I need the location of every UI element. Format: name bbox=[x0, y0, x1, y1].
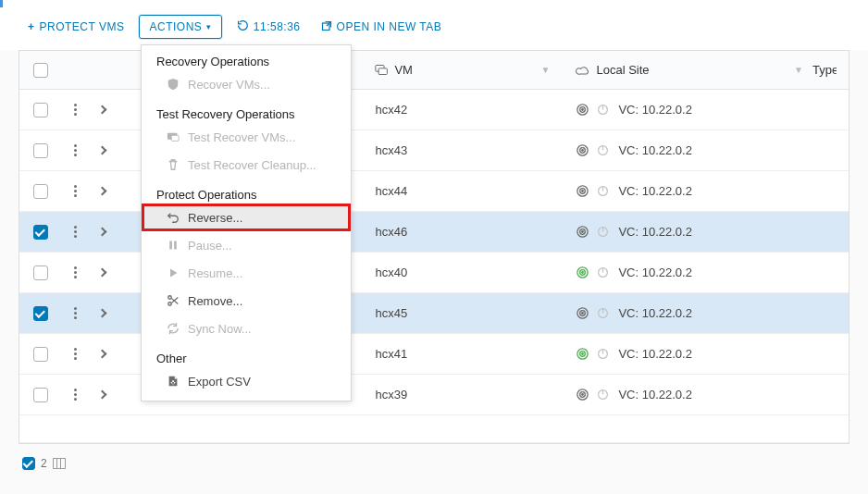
power-icon bbox=[597, 144, 609, 156]
kebab-icon bbox=[74, 104, 77, 116]
row-actions-menu[interactable] bbox=[63, 266, 88, 278]
cloud-icon bbox=[576, 65, 590, 76]
dropdown-item-test-recover-cleanup: Test Recover Cleanup... bbox=[142, 151, 351, 179]
actions-button[interactable]: ACTIONS ▾ bbox=[139, 15, 221, 39]
row-actions-menu[interactable] bbox=[63, 226, 88, 238]
selected-count: 2 bbox=[41, 457, 47, 470]
dropdown-item-test-recover-vms: Test Recover VMs... bbox=[142, 123, 351, 151]
kebab-icon bbox=[74, 389, 77, 401]
row-actions-menu[interactable] bbox=[63, 185, 88, 197]
row-actions-menu[interactable] bbox=[63, 144, 88, 156]
svg-rect-2 bbox=[171, 135, 179, 141]
selection-indicator-checkbox[interactable] bbox=[22, 457, 35, 470]
site-text: VC: 10.22.0.2 bbox=[618, 184, 692, 198]
power-icon bbox=[597, 226, 609, 238]
site-text: VC: 10.22.0.2 bbox=[618, 347, 692, 361]
svg-point-31 bbox=[582, 313, 584, 315]
svg-point-39 bbox=[582, 394, 584, 396]
vm-name: hcx45 bbox=[375, 306, 407, 320]
site-text: VC: 10.22.0.2 bbox=[618, 225, 692, 239]
row-actions-menu[interactable] bbox=[63, 307, 88, 319]
column-toggle-button[interactable] bbox=[53, 458, 66, 469]
dropdown-item-sync-now: Sync Now... bbox=[142, 315, 351, 342]
row-checkbox[interactable] bbox=[33, 184, 48, 199]
row-checkbox[interactable] bbox=[33, 225, 48, 240]
chevron-right-icon bbox=[98, 105, 107, 115]
site-text: VC: 10.22.0.2 bbox=[618, 388, 692, 401]
row-expand-toggle[interactable] bbox=[88, 147, 117, 154]
row-expand-toggle[interactable] bbox=[88, 391, 117, 398]
open-new-tab-button[interactable]: OPEN IN NEW TAB bbox=[316, 17, 448, 38]
vm-name: hcx41 bbox=[375, 347, 407, 361]
row-expand-toggle[interactable] bbox=[88, 106, 117, 113]
window-accent-strip bbox=[0, 0, 868, 7]
trash-icon bbox=[166, 157, 180, 172]
chevron-right-icon bbox=[98, 309, 107, 318]
svg-point-23 bbox=[582, 231, 584, 233]
vm-name: hcx44 bbox=[375, 184, 407, 198]
svg-point-11 bbox=[582, 109, 584, 111]
sort-caret-icon[interactable]: ▼ bbox=[541, 65, 551, 75]
row-checkbox[interactable] bbox=[33, 347, 48, 362]
svg-point-15 bbox=[582, 150, 584, 152]
kebab-icon bbox=[74, 266, 77, 278]
column-header-vm[interactable]: VM bbox=[394, 63, 413, 77]
undo-icon bbox=[166, 210, 180, 225]
chevron-right-icon bbox=[98, 187, 107, 196]
target-icon bbox=[576, 306, 589, 320]
row-actions-menu[interactable] bbox=[63, 389, 88, 401]
select-all-checkbox[interactable] bbox=[33, 63, 48, 78]
export-icon bbox=[166, 374, 180, 389]
dropdown-item-reverse[interactable]: Reverse... bbox=[142, 204, 351, 231]
refresh-time-button[interactable]: 11:58:36 bbox=[231, 16, 306, 38]
kebab-icon bbox=[74, 144, 77, 156]
dropdown-item-remove[interactable]: Remove... bbox=[142, 287, 351, 315]
actions-dropdown: Recovery Operations Recover VMs... Test … bbox=[141, 44, 352, 401]
svg-point-19 bbox=[582, 191, 584, 192]
dropdown-section-protect: Protect Operations bbox=[142, 179, 351, 204]
external-link-icon bbox=[321, 20, 332, 34]
shield-icon bbox=[166, 77, 180, 92]
dropdown-item-label: Remove... bbox=[188, 294, 242, 308]
row-checkbox[interactable] bbox=[33, 143, 48, 158]
target-icon bbox=[576, 225, 589, 239]
row-expand-toggle[interactable] bbox=[88, 351, 117, 357]
target-icon bbox=[576, 103, 589, 117]
play-icon bbox=[166, 266, 180, 280]
row-actions-menu[interactable] bbox=[63, 104, 88, 116]
target-icon bbox=[576, 388, 589, 401]
power-icon bbox=[597, 266, 609, 278]
row-checkbox[interactable] bbox=[33, 266, 48, 280]
column-header-type[interactable]: Type bbox=[812, 63, 837, 77]
protect-vms-button[interactable]: + PROTECT VMS bbox=[22, 17, 130, 37]
target-icon bbox=[576, 143, 589, 157]
row-actions-menu[interactable] bbox=[63, 348, 88, 360]
target-icon bbox=[576, 184, 589, 198]
kebab-icon bbox=[74, 348, 77, 360]
row-checkbox[interactable] bbox=[33, 388, 48, 402]
open-new-tab-label: OPEN IN NEW TAB bbox=[337, 20, 442, 33]
vm-name: hcx40 bbox=[375, 266, 407, 279]
sort-caret-icon[interactable]: ▼ bbox=[794, 65, 803, 75]
row-checkbox[interactable] bbox=[33, 103, 48, 117]
refresh-icon bbox=[237, 19, 249, 34]
svg-point-27 bbox=[582, 272, 584, 274]
dropdown-item-label: Recover VMs... bbox=[188, 78, 270, 92]
row-expand-toggle[interactable] bbox=[88, 269, 117, 276]
dropdown-item-export-csv[interactable]: Export CSV bbox=[142, 367, 351, 395]
chevron-right-icon bbox=[98, 268, 107, 278]
row-expand-toggle[interactable] bbox=[88, 228, 117, 235]
dropdown-section-recovery: Recovery Operations bbox=[142, 45, 351, 70]
svg-point-35 bbox=[582, 353, 584, 355]
site-text: VC: 10.22.0.2 bbox=[618, 306, 692, 320]
vm-icon bbox=[375, 64, 389, 76]
row-expand-toggle[interactable] bbox=[88, 310, 117, 316]
row-expand-toggle[interactable] bbox=[88, 188, 117, 194]
power-icon bbox=[597, 389, 609, 401]
dropdown-item-label: Test Recover Cleanup... bbox=[188, 158, 316, 172]
target-icon bbox=[576, 266, 589, 279]
dropdown-section-other: Other bbox=[142, 342, 351, 367]
sync-icon bbox=[166, 321, 180, 336]
row-checkbox[interactable] bbox=[33, 306, 48, 321]
column-header-local-site[interactable]: Local Site bbox=[596, 63, 649, 77]
